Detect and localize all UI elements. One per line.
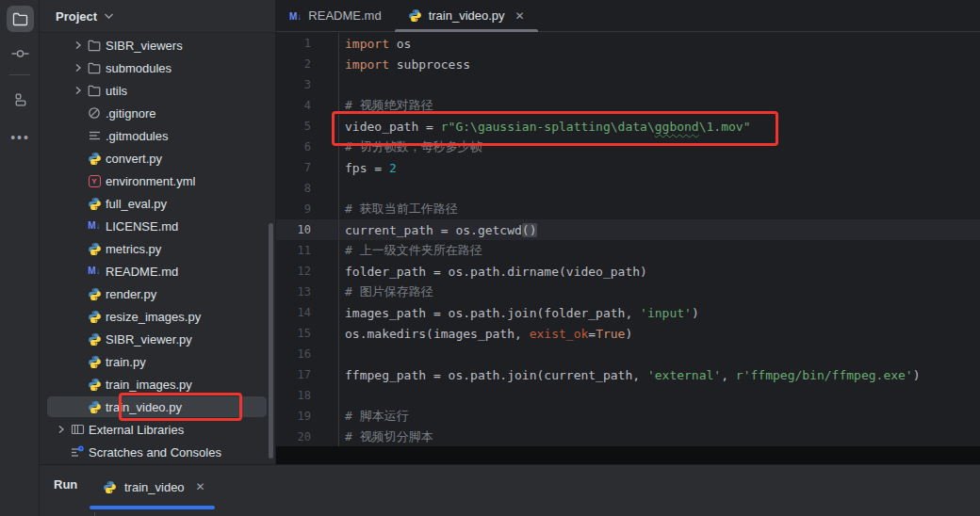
code-line-20[interactable]: 20# 视频切分脚本 — [276, 427, 980, 446]
gutter[interactable] — [311, 385, 339, 406]
code-line-18[interactable]: 18 — [276, 385, 980, 406]
gutter[interactable] — [311, 364, 339, 385]
line-number[interactable]: 9 — [276, 202, 311, 216]
gutter[interactable] — [311, 199, 339, 219]
chevron-right-icon[interactable] — [72, 40, 85, 51]
gutter[interactable] — [311, 282, 339, 302]
code-line-13[interactable]: 13# 图片保存路径 — [276, 282, 980, 302]
line-number[interactable]: 3 — [276, 78, 311, 91]
run-tab-train-video[interactable]: train_video ✕ — [90, 470, 219, 504]
project-tool-button[interactable] — [7, 6, 34, 32]
line-number[interactable]: 16 — [276, 347, 311, 361]
close-icon[interactable]: ✕ — [515, 9, 525, 23]
code-line-1[interactable]: 1import os — [276, 33, 980, 54]
tree-item-train-py[interactable]: train.py — [40, 350, 275, 373]
line-number[interactable]: 17 — [276, 368, 311, 381]
code-line-3[interactable]: 3 — [276, 74, 980, 95]
editor-tab-readme-md[interactable]: M↓README.md — [276, 0, 395, 31]
gutter[interactable] — [311, 178, 339, 199]
line-number[interactable]: 4 — [276, 99, 311, 112]
gutter[interactable] — [311, 302, 339, 323]
code-line-19[interactable]: 19# 脚本运行 — [276, 406, 980, 427]
close-icon[interactable]: ✕ — [196, 480, 205, 493]
line-number[interactable]: 2 — [276, 57, 311, 71]
run-tab-label: train_video — [124, 480, 185, 494]
gutter[interactable] — [311, 33, 339, 54]
line-number[interactable]: 6 — [276, 140, 311, 153]
code-line-7[interactable]: 7fps = 2 — [276, 157, 980, 178]
code-line-6[interactable]: 6# 切分帧数，每秒多少帧 — [276, 137, 980, 157]
gutter[interactable] — [311, 157, 339, 178]
tree-item-resize-images-py[interactable]: resize_images.py — [40, 305, 275, 328]
code-text: # 视频切分脚本 — [339, 428, 433, 445]
gutter[interactable] — [311, 261, 339, 282]
project-tree-scrollbar[interactable] — [269, 223, 273, 459]
line-number[interactable]: 20 — [276, 430, 311, 443]
line-number[interactable]: 1 — [276, 37, 311, 50]
code-line-14[interactable]: 14images_path = os.path.join(folder_path… — [276, 302, 980, 323]
tree-item--gitignore[interactable]: .gitignore — [40, 102, 275, 124]
code-line-17[interactable]: 17ffmpeg_path = os.path.join(current_pat… — [276, 364, 980, 385]
tree-item-train-video-py[interactable]: train_video.py — [40, 395, 275, 418]
chevron-right-icon[interactable] — [72, 85, 85, 96]
code-segment: ffmpeg_path = os.path.join(current_path, — [345, 368, 647, 382]
tree-item-utils[interactable]: utils — [40, 79, 275, 102]
gutter[interactable] — [311, 240, 339, 261]
code-line-15[interactable]: 15os.makedirs(images_path, exist_ok=True… — [276, 323, 980, 344]
line-number[interactable]: 19 — [276, 410, 311, 423]
line-number[interactable]: 5 — [276, 120, 311, 133]
code-line-9[interactable]: 9# 获取当前工作路径 — [276, 199, 980, 219]
tree-item--gitmodules[interactable]: .gitmodules — [40, 124, 275, 147]
line-number[interactable]: 11 — [276, 244, 311, 257]
line-number[interactable]: 8 — [276, 182, 311, 195]
tree-item-train-images-py[interactable]: train_images.py — [40, 373, 275, 395]
gutter[interactable] — [311, 344, 339, 364]
gutter[interactable] — [311, 95, 339, 116]
tree-item-label: utils — [106, 84, 127, 98]
code-line-11[interactable]: 11# 上一级文件夹所在路径 — [276, 240, 980, 261]
tree-item-scratches-and-consoles[interactable]: Scratches and Consoles — [40, 441, 275, 463]
code-line-4[interactable]: 4# 视频绝对路径 — [276, 95, 980, 116]
more-tool-windows-button[interactable]: ••• — [7, 124, 34, 151]
tree-item-external-libraries[interactable]: External Libraries — [40, 418, 275, 441]
line-number[interactable]: 7 — [276, 161, 311, 174]
line-number[interactable]: 18 — [276, 389, 311, 402]
tree-item-metrics-py[interactable]: metrics.py — [40, 237, 275, 260]
code-segment: ) — [625, 327, 632, 341]
line-number[interactable]: 15 — [276, 327, 311, 340]
tree-item-sibr-viewers[interactable]: SIBR_viewers — [40, 34, 275, 56]
structure-tool-button[interactable] — [7, 87, 34, 113]
commit-tool-button[interactable] — [7, 40, 34, 67]
code-viewport[interactable]: 1import os2import subprocess34# 视频绝对路径5v… — [276, 33, 980, 446]
code-line-12[interactable]: 12folder_path = os.path.dirname(video_pa… — [276, 261, 980, 282]
tree-item-full-eval-py[interactable]: full_eval.py — [40, 192, 275, 215]
tree-item-environment-yml[interactable]: Yenvironment.yml — [40, 169, 275, 192]
project-panel-header[interactable]: Project — [40, 0, 275, 33]
code-line-5[interactable]: 5video_path = r"G:\gaussian-splatting\da… — [276, 116, 980, 137]
tree-item-submodules[interactable]: submodules — [40, 56, 275, 79]
chevron-right-icon[interactable] — [55, 424, 68, 435]
chevron-right-icon[interactable] — [72, 62, 85, 73]
gutter[interactable] — [311, 323, 339, 344]
line-number[interactable]: 13 — [276, 285, 311, 298]
code-line-16[interactable]: 16 — [276, 344, 980, 364]
gutter[interactable] — [311, 219, 339, 240]
code-line-8[interactable]: 8 — [276, 178, 980, 199]
code-line-2[interactable]: 2import subprocess — [276, 54, 980, 74]
tree-item-render-py[interactable]: render.py — [40, 282, 275, 305]
gutter[interactable] — [311, 74, 339, 95]
editor-tab-train-video-py[interactable]: train_video.py✕ — [395, 0, 538, 31]
gutter[interactable] — [311, 137, 339, 157]
gutter[interactable] — [311, 427, 339, 446]
tree-item-convert-py[interactable]: convert.py — [40, 147, 275, 169]
line-number[interactable]: 10 — [276, 223, 311, 236]
gutter[interactable] — [311, 116, 339, 137]
tree-item-sibr-viewer-py[interactable]: SIBR_viewer.py — [40, 328, 275, 350]
gutter[interactable] — [311, 406, 339, 427]
code-line-10[interactable]: 10current_path = os.getcwd() — [276, 219, 980, 240]
line-number[interactable]: 12 — [276, 265, 311, 278]
tree-item-readme-md[interactable]: M↓README.md — [40, 260, 275, 282]
gutter[interactable] — [311, 54, 339, 74]
line-number[interactable]: 14 — [276, 306, 311, 319]
tree-item-license-md[interactable]: M↓LICENSE.md — [40, 215, 275, 237]
